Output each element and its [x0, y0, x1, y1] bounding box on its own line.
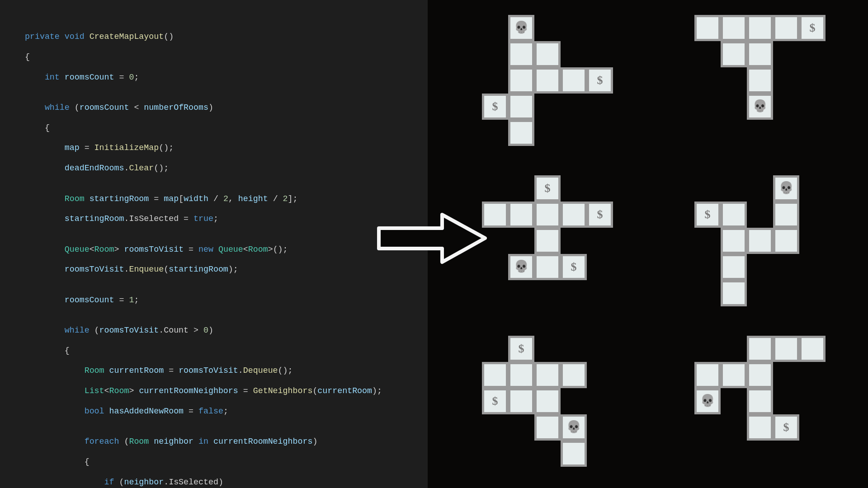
- dungeon-room: [721, 362, 747, 388]
- dungeon-room: $: [773, 414, 799, 441]
- code-line: List<Room> currentRoomNeighbors = GetNei…: [25, 386, 428, 396]
- dungeon-room: [561, 202, 587, 228]
- dungeon-room: [534, 228, 561, 254]
- dungeon-room: [508, 362, 534, 388]
- dungeon-room: [508, 41, 534, 67]
- dungeon-room: [721, 202, 747, 228]
- dungeon-room: [773, 202, 799, 228]
- dungeon-layout-4: 💀$: [694, 175, 868, 336]
- dungeon-room: [747, 67, 773, 94]
- code-editor[interactable]: private void CreateMapLayout() { int roo…: [0, 0, 428, 488]
- skull-icon: 💀: [779, 183, 793, 194]
- dungeon-room: [694, 15, 721, 41]
- code-line: while (roomsCount < numberOfRooms): [25, 103, 428, 113]
- dungeon-room: [534, 362, 561, 388]
- dungeon-room: [773, 228, 799, 254]
- dungeon-room: [721, 15, 747, 41]
- code-line: while (roomsToVisit.Count > 0): [25, 325, 428, 335]
- code-line: {: [25, 457, 428, 467]
- dungeon-room: $: [561, 254, 587, 280]
- code-line: Queue<Room> roomsToVisit = new Queue<Roo…: [25, 244, 428, 254]
- code-line: {: [25, 52, 428, 62]
- code-line: Room startingRoom = map[width / 2, heigh…: [25, 194, 428, 204]
- dungeon-room: 💀: [773, 175, 799, 202]
- dungeon-layout-1: 💀$$: [482, 15, 663, 175]
- dungeon-room: [799, 336, 826, 362]
- skull-icon: 💀: [700, 395, 715, 407]
- code-line: roomsToVisit.Enqueue(startingRoom);: [25, 264, 428, 274]
- code-line: {: [25, 346, 428, 356]
- dollar-icon: $: [545, 183, 551, 194]
- dungeon-room: [534, 202, 561, 228]
- dungeon-room: [534, 41, 561, 67]
- dollar-icon: $: [783, 422, 789, 433]
- dungeon-room: [773, 336, 799, 362]
- code-line: map = InitializeMap();: [25, 143, 428, 153]
- dungeon-room: $: [482, 94, 508, 120]
- code-line: deadEndRooms.Clear();: [25, 163, 428, 173]
- dungeon-room: [561, 362, 587, 388]
- dollar-icon: $: [492, 395, 498, 407]
- dungeon-room: [747, 228, 773, 254]
- dungeon-room: [482, 362, 508, 388]
- dollar-icon: $: [492, 101, 498, 113]
- dungeon-room: $: [482, 388, 508, 414]
- dungeon-room: [508, 67, 534, 94]
- dungeon-layout-2: $💀: [694, 15, 868, 175]
- dungeon-room: 💀: [508, 15, 534, 41]
- code-line: private void CreateMapLayout(): [25, 32, 428, 42]
- dungeon-room: $: [534, 175, 561, 202]
- dungeon-room: [721, 41, 747, 67]
- skull-icon: 💀: [514, 22, 528, 34]
- dungeon-room: [694, 362, 721, 388]
- skull-icon: 💀: [753, 101, 767, 113]
- dungeon-room: [508, 388, 534, 414]
- code-line: if (neighbor.IsSelected): [25, 477, 428, 487]
- dungeon-room: [508, 202, 534, 228]
- dungeon-room: [747, 414, 773, 441]
- dungeon-room: [747, 362, 773, 388]
- dungeon-room: 💀: [747, 94, 773, 120]
- code-line: roomsCount = 1;: [25, 295, 428, 305]
- dungeon-room: [561, 67, 587, 94]
- dollar-icon: $: [810, 22, 816, 34]
- dungeon-room: [534, 388, 561, 414]
- dungeon-room: 💀: [694, 388, 721, 414]
- code-line: Room currentRoom = roomsToVisit.Dequeue(…: [25, 366, 428, 375]
- dungeon-room: [508, 120, 534, 146]
- dollar-icon: $: [571, 261, 577, 273]
- dungeon-room: [721, 280, 747, 306]
- dungeon-output-panel: 💀$$$💀$$💀$💀$$$💀💀$: [428, 0, 868, 488]
- dungeon-layout-5: $$💀: [482, 336, 663, 488]
- dungeon-room: [534, 67, 561, 94]
- code-line: bool hasAddedNewRoom = false;: [25, 406, 428, 416]
- dungeon-room: $: [587, 202, 613, 228]
- dungeon-room: [773, 15, 799, 41]
- skull-icon: 💀: [566, 422, 581, 433]
- dungeon-room: 💀: [508, 254, 534, 280]
- dungeon-room: 💀: [561, 414, 587, 441]
- dungeon-room: $: [799, 15, 826, 41]
- dungeon-room: [747, 336, 773, 362]
- dollar-icon: $: [597, 75, 603, 86]
- dungeon-room: [508, 94, 534, 120]
- code-line: int roomsCount = 0;: [25, 72, 428, 82]
- dungeon-room: $: [508, 336, 534, 362]
- dungeon-room: $: [694, 202, 721, 228]
- dungeon-layout-3: $$💀$: [482, 175, 663, 336]
- dungeon-room: [721, 254, 747, 280]
- dungeon-room: [534, 414, 561, 441]
- dungeon-room: [747, 15, 773, 41]
- dungeon-room: $: [587, 67, 613, 94]
- dungeon-room: [534, 254, 561, 280]
- code-line: startingRoom.IsSelected = true;: [25, 214, 428, 224]
- dungeon-layout-6: 💀$: [694, 336, 868, 488]
- dungeon-room: [721, 228, 747, 254]
- dungeon-room: [747, 388, 773, 414]
- dungeon-room: [561, 441, 587, 467]
- dollar-icon: $: [519, 343, 524, 355]
- arrow-icon: [374, 212, 487, 267]
- dungeon-room: [747, 41, 773, 67]
- dollar-icon: $: [597, 209, 603, 221]
- code-line: foreach (Room neighbor in currentRoomNei…: [25, 436, 428, 446]
